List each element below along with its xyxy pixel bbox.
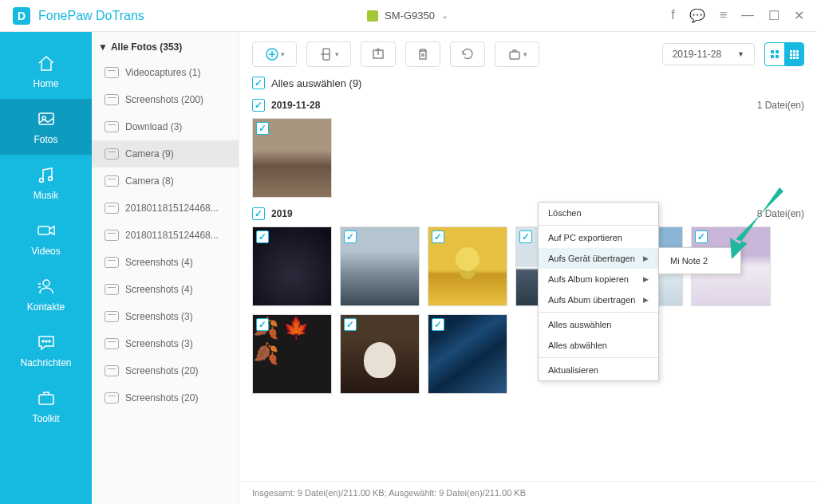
grid-small-icon bbox=[789, 49, 799, 59]
photo-thumbnail[interactable] bbox=[252, 226, 332, 306]
menu-separator bbox=[539, 357, 658, 358]
status-bar: Insgesamt: 9 Datei(en)/211.00 KB; Ausgew… bbox=[239, 481, 817, 504]
chevron-down-icon: ▾ bbox=[523, 50, 527, 58]
nav-fotos[interactable]: Fotos bbox=[0, 99, 92, 155]
view-grid-large[interactable] bbox=[765, 43, 784, 65]
folder-item[interactable]: 2018011815124468... bbox=[92, 222, 239, 249]
folder-item[interactable]: Screenshots (200) bbox=[92, 86, 239, 113]
folder-icon bbox=[105, 121, 119, 132]
folder-label: Screenshots (20) bbox=[125, 392, 198, 404]
section-checkbox[interactable] bbox=[252, 99, 265, 112]
photo-thumbnail[interactable] bbox=[428, 314, 507, 394]
folder-item[interactable]: Videocaptures (1) bbox=[92, 59, 239, 86]
photo-thumbnail[interactable] bbox=[252, 118, 332, 198]
toolbox-button[interactable]: ▾ bbox=[495, 41, 539, 67]
add-button[interactable]: ▾ bbox=[252, 41, 297, 67]
export-icon bbox=[371, 47, 385, 61]
svg-rect-13 bbox=[510, 52, 519, 59]
section-count: 1 Datei(en) bbox=[757, 100, 804, 111]
photos-icon bbox=[36, 108, 57, 129]
folder-item[interactable]: Screenshots (3) bbox=[92, 330, 239, 357]
photo-thumbnail[interactable] bbox=[340, 314, 420, 394]
folder-item[interactable]: Screenshots (20) bbox=[92, 357, 239, 384]
menu-icon[interactable]: ≡ bbox=[720, 8, 727, 23]
menu-refresh[interactable]: Aktualisieren bbox=[539, 360, 658, 380]
device-selector[interactable]: SM-G9350 ⌄ bbox=[357, 6, 458, 25]
submenu: Mi Note 2 bbox=[658, 247, 741, 274]
folder-icon bbox=[105, 175, 119, 187]
menu-delete[interactable]: Löschen bbox=[539, 203, 658, 223]
select-all-checkbox[interactable] bbox=[252, 77, 265, 89]
nav-videos[interactable]: Videos bbox=[0, 211, 92, 266]
feedback-icon[interactable]: f bbox=[671, 8, 674, 23]
export-device-button[interactable]: ▾ bbox=[306, 41, 351, 67]
nav-toolkit[interactable]: Toolkit bbox=[0, 378, 92, 434]
nav-label: Toolkit bbox=[32, 413, 59, 424]
folder-header[interactable]: ▼ Alle Fotos (353) bbox=[92, 32, 239, 59]
folder-item[interactable]: Screenshots (20) bbox=[92, 384, 239, 411]
menu-deselect-all[interactable]: Alles abwählen bbox=[539, 335, 658, 356]
folder-item[interactable]: Screenshots (4) bbox=[92, 249, 239, 276]
svg-rect-20 bbox=[796, 50, 799, 53]
section-header[interactable]: 2019 8 Datei(en) bbox=[252, 207, 804, 220]
svg-rect-24 bbox=[790, 57, 792, 59]
nav-kontakte[interactable]: Kontakte bbox=[0, 266, 92, 322]
folder-label: Screenshots (3) bbox=[125, 338, 193, 349]
photo-thumbnail[interactable] bbox=[428, 226, 507, 306]
svg-rect-19 bbox=[793, 50, 795, 53]
thumb-checkbox[interactable] bbox=[344, 318, 357, 331]
select-all-row[interactable]: Alles auswählen (9) bbox=[239, 73, 817, 99]
thumb-checkbox[interactable] bbox=[432, 230, 444, 243]
thumb-checkbox[interactable] bbox=[519, 230, 532, 243]
message-icon[interactable]: 💬 bbox=[689, 8, 705, 23]
folder-item[interactable]: Camera (8) bbox=[92, 167, 239, 195]
menu-copy-album[interactable]: Aufs Album kopieren▶ bbox=[539, 269, 658, 289]
app-logo-icon: D bbox=[13, 7, 30, 25]
thumb-checkbox[interactable] bbox=[256, 230, 269, 243]
folder-item[interactable]: Screenshots (3) bbox=[92, 303, 239, 330]
nav-musik[interactable]: Musik bbox=[0, 155, 92, 211]
date-picker[interactable]: 2019-11-28 ▼ bbox=[662, 43, 755, 65]
svg-rect-15 bbox=[776, 50, 779, 53]
menu-transfer-device[interactable]: Aufs Gerät übertragen▶ bbox=[539, 248, 658, 269]
refresh-button[interactable] bbox=[450, 41, 485, 67]
caret-down-icon: ▼ bbox=[98, 41, 108, 53]
messages-icon bbox=[36, 332, 57, 352]
menu-select-all[interactable]: Alles auswählen bbox=[539, 314, 658, 335]
contacts-icon bbox=[36, 276, 57, 297]
nav-nachrichten[interactable]: Nachrichten bbox=[0, 322, 92, 378]
delete-button[interactable] bbox=[405, 41, 440, 67]
grid-large-icon bbox=[770, 49, 780, 59]
thumb-checkbox[interactable] bbox=[432, 318, 444, 331]
folder-label: Camera (8) bbox=[125, 175, 174, 187]
thumb-checkbox[interactable] bbox=[344, 230, 357, 243]
section-checkbox[interactable] bbox=[252, 207, 265, 220]
context-menu: Löschen Auf PC exportieren Aufs Gerät üb… bbox=[538, 202, 659, 381]
nav-label: Nachrichten bbox=[20, 357, 71, 368]
folder-item[interactable]: Download (3) bbox=[92, 113, 239, 140]
thumb-checkbox[interactable] bbox=[256, 318, 269, 331]
android-icon bbox=[367, 10, 378, 22]
folder-item[interactable]: 2018011815124468... bbox=[92, 195, 239, 222]
folder-label: Screenshots (200) bbox=[125, 94, 203, 105]
folder-item[interactable]: Camera (9) bbox=[92, 140, 239, 167]
thumb-checkbox[interactable] bbox=[695, 230, 708, 243]
menu-label: Aktualisieren bbox=[548, 365, 598, 375]
photo-thumbnail[interactable] bbox=[252, 314, 332, 394]
menu-export-pc[interactable]: Auf PC exportieren bbox=[539, 227, 658, 248]
export-button[interactable] bbox=[361, 41, 396, 67]
folder-item[interactable]: Screenshots (4) bbox=[92, 276, 239, 303]
minimize-icon[interactable]: — bbox=[741, 8, 754, 23]
close-icon[interactable]: ✕ bbox=[794, 8, 804, 23]
nav-label: Fotos bbox=[34, 134, 57, 145]
submenu-device[interactable]: Mi Note 2 bbox=[659, 253, 740, 269]
nav-home[interactable]: Home bbox=[0, 43, 92, 99]
photo-thumbnail[interactable] bbox=[340, 226, 420, 306]
maximize-icon[interactable]: ☐ bbox=[768, 8, 780, 23]
folder-icon bbox=[105, 230, 119, 241]
view-grid-small[interactable] bbox=[784, 43, 803, 65]
menu-move-album[interactable]: Aufs Abum übertragen▶ bbox=[539, 289, 658, 310]
section-header[interactable]: 2019-11-28 1 Datei(en) bbox=[252, 99, 804, 112]
thumb-checkbox[interactable] bbox=[256, 122, 269, 135]
nav-label: Videos bbox=[31, 246, 60, 257]
